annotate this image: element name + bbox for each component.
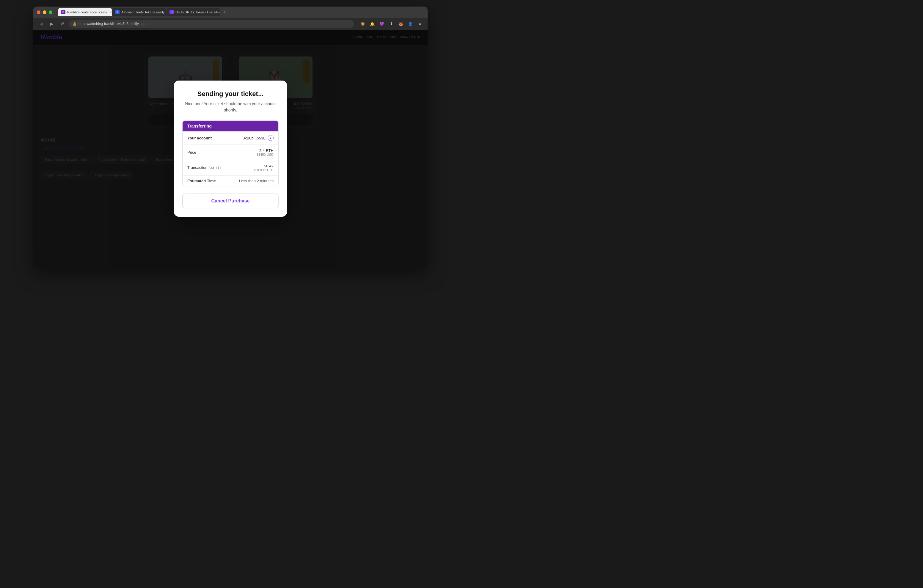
price-usd-value: $1450 USD	[256, 153, 274, 156]
modal-subtitle: Nice one! Your ticket should be with you…	[182, 101, 279, 113]
transfer-row-price: Price 5.4 ETH $1450 USD	[182, 145, 278, 160]
fee-value: $0.42 0.00112 ETH	[254, 164, 274, 172]
time-value: Less than 2 minutes	[239, 179, 274, 183]
refresh-button[interactable]: ↺	[58, 20, 67, 28]
lock-icon: 🔒	[72, 22, 77, 26]
tab-favicon-rimble: R	[61, 10, 66, 14]
brave-shield-icon[interactable]: 🦁	[359, 20, 367, 28]
tab-label-airswap: AirSwap: Trade Tokens Easily, S...	[122, 10, 166, 14]
metamask-icon[interactable]: 🦊	[397, 20, 405, 28]
tab-favicon-airswap: A	[115, 10, 120, 14]
transfer-row-account: Your account 0xB0b...553E ★	[182, 131, 278, 145]
back-button[interactable]: ◀	[37, 20, 45, 28]
new-tab-button[interactable]: +	[221, 8, 229, 16]
account-star-icon: ★	[268, 135, 274, 141]
cancel-purchase-button[interactable]: Cancel Purchase	[182, 194, 279, 209]
tab-rimble[interactable]: R Rimble's conference tickets ✕	[58, 8, 112, 16]
fee-eth-value: 0.00112 ETH	[254, 168, 274, 172]
transfer-row-fee: Transaction fee ℹ $0.42 0.00112 ETH	[182, 160, 278, 176]
time-label: Estimated Time	[187, 179, 216, 183]
traffic-light-fullscreen[interactable]	[49, 10, 53, 14]
notifications-icon[interactable]: 🔔	[368, 20, 376, 28]
tab-airswap[interactable]: A AirSwap: Trade Tokens Easily, S... ✕	[112, 8, 166, 16]
fee-usd-value: $0.42	[254, 164, 274, 168]
price-eth-value: 5.4 ETH	[256, 148, 274, 153]
tab-label-unitegrity: UniTEGRITY Token - UniTEGRIT...	[176, 10, 220, 14]
price-value: 5.4 ETH $1450 USD	[256, 148, 274, 156]
forward-button[interactable]: ▶	[48, 20, 56, 28]
browser-window: R Rimble's conference tickets ✕ A AirSwa…	[33, 7, 428, 268]
transfer-row-time: Estimated Time Less than 2 minutes	[182, 176, 278, 186]
traffic-light-minimize[interactable]	[43, 10, 46, 14]
browser-titlebar: R Rimble's conference tickets ✕ A AirSwa…	[33, 7, 428, 18]
address-text: https://admiring-franklin-e4c8b6.netlify…	[79, 22, 145, 26]
fee-label: Transaction fee ℹ	[187, 165, 221, 170]
traffic-light-close[interactable]	[37, 10, 41, 14]
sending-ticket-modal: Sending your ticket... Nice one! Your ti…	[174, 80, 287, 217]
modal-title: Sending your ticket...	[182, 90, 279, 98]
tab-favicon-unitegrity: U	[169, 10, 174, 14]
page-content: Rimble 0xB0b...553E 1.91516220258136477 …	[33, 30, 428, 268]
browser-actions: 🦁 🔔 💜 ℹ 🦊 👤 ≡	[359, 20, 424, 28]
tab-unitegrity[interactable]: U UniTEGRITY Token - UniTEGRIT... ✕	[166, 8, 220, 16]
tab-close-rimble[interactable]: ✕	[109, 10, 112, 14]
account-label: Your account	[187, 136, 212, 140]
info-icon[interactable]: ℹ	[387, 20, 396, 28]
tab-label-rimble: Rimble's conference tickets	[67, 10, 107, 14]
tabs-area: R Rimble's conference tickets ✕ A AirSwa…	[58, 8, 424, 16]
wallet-icon[interactable]: 💜	[378, 20, 386, 28]
transfer-card: Transferring Your account 0xB0b...553E ★…	[182, 120, 279, 186]
transfer-header: Transferring	[182, 121, 278, 131]
browser-toolbar: ◀ ▶ ↺ 🔒 https://admiring-franklin-e4c8b6…	[33, 18, 428, 30]
fee-info-icon[interactable]: ℹ	[216, 166, 221, 170]
address-bar[interactable]: 🔒 https://admiring-franklin-e4c8b6.netli…	[69, 20, 354, 28]
profile-icon[interactable]: 👤	[406, 20, 414, 28]
account-address: 0xB0b...553E	[243, 136, 266, 140]
price-label: Price	[187, 150, 196, 154]
modal-overlay: Sending your ticket... Nice one! Your ti…	[33, 30, 428, 268]
account-value-row: 0xB0b...553E ★	[243, 135, 274, 141]
menu-icon[interactable]: ≡	[416, 20, 424, 28]
